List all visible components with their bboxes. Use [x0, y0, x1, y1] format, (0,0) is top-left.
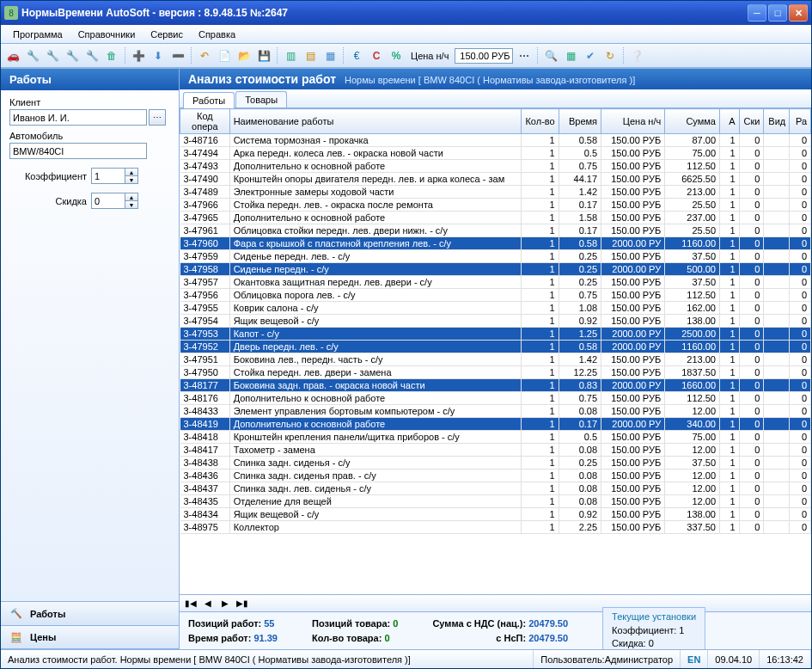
tab-goods[interactable]: Товары [235, 91, 287, 107]
grid-header[interactable]: Вид [764, 109, 790, 134]
discount-spinner[interactable]: ▲▼ [91, 193, 138, 209]
tool-wrench3-icon[interactable]: 🔧 [64, 47, 81, 64]
main-subtitle: Нормы времени [ BMW 840CI ( Нормативы за… [345, 75, 635, 85]
nav-next-button[interactable]: ▶ [217, 597, 233, 611]
table-row[interactable]: 3-47957Окантовка защитная передн. лев. д… [180, 276, 811, 289]
table-row[interactable]: 3-48436Спинка задн. сиденья прав. - с/у1… [180, 470, 811, 482]
grid-header[interactable]: Цена н/ч [601, 109, 665, 134]
table-row[interactable]: 3-48419Дополнительно к основной работе10… [180, 418, 811, 431]
table-row[interactable]: 3-47959Сиденье передн. лев. - с/у10.2515… [180, 250, 811, 263]
tool-refresh-icon[interactable]: ↻ [601, 47, 619, 64]
table-row[interactable]: 3-48438Спинка задн. сиденья - с/у10.2515… [180, 457, 811, 470]
table-row[interactable]: 3-47953Капот - с/у11.252000.00 РУ2500.00… [180, 328, 811, 341]
tool-open-icon[interactable]: 📂 [235, 47, 253, 64]
tool-book1-icon[interactable]: ▥ [282, 47, 299, 64]
tool-undo-icon[interactable]: ↶ [196, 47, 213, 64]
table-row[interactable]: 3-47956Облицовка порога лев. - с/у10.751… [180, 289, 811, 302]
table-row[interactable]: 3-47960Фара с крышкой с пластиной крепле… [180, 237, 811, 250]
discount-label: Скидка [9, 196, 87, 206]
tool-help-icon[interactable]: ❔ [628, 47, 645, 64]
table-row[interactable]: 3-47952Дверь передн. лев. - с/у10.582000… [180, 341, 811, 353]
table-row[interactable]: 3-48433Элемент управления бортовым компь… [180, 405, 811, 418]
goods-pos-value: 0 [393, 618, 398, 629]
coef-spinner[interactable]: ▲▼ [91, 168, 138, 184]
tool-wrench4-icon[interactable]: 🔧 [83, 47, 101, 64]
coef-down-button[interactable]: ▼ [125, 176, 137, 183]
grid-header[interactable]: Сумма [665, 109, 720, 134]
menu-program[interactable]: Программа [6, 27, 70, 42]
grid-header[interactable]: Кол-во [522, 109, 559, 134]
tool-new-icon[interactable]: 📄 [216, 47, 233, 64]
table-row[interactable]: 3-48176Дополнительно к основной работе10… [180, 392, 811, 405]
tool-down-icon[interactable]: ⬇ [150, 47, 167, 64]
tool-excel-icon[interactable]: ▦ [562, 47, 579, 64]
tool-search-icon[interactable]: 🔍 [542, 47, 559, 64]
nav-first-button[interactable]: ▮◀ [183, 597, 198, 611]
table-row[interactable]: 3-48716Система тормозная - прокачка10.58… [180, 134, 811, 147]
calculator-icon: 🧮 [9, 630, 23, 644]
client-input[interactable] [9, 109, 147, 126]
table-row[interactable]: 3-48418Кронштейн крепления панели/щитка … [180, 431, 811, 444]
tool-c-icon[interactable]: С [368, 47, 385, 64]
table-row[interactable]: 3-47950Стойка передн. лев. двери - замен… [180, 366, 811, 379]
table-row[interactable]: 3-47954Ящик вещевой - с/у10.92150.00 РУБ… [180, 315, 811, 328]
grid-header[interactable]: Ски [739, 109, 764, 134]
discount-input[interactable] [92, 193, 125, 208]
menu-service[interactable]: Сервис [143, 27, 190, 42]
table-row[interactable]: 3-47961Облицовка стойки передн. лев. две… [180, 224, 811, 237]
discount-up-button[interactable]: ▲ [125, 193, 137, 201]
nav-prev-button[interactable]: ◀ [200, 597, 216, 611]
nav-last-button[interactable]: ▶▮ [235, 597, 250, 611]
grid-header[interactable]: Код опера [180, 109, 230, 134]
grid-header[interactable]: А [720, 109, 740, 134]
table-row[interactable]: 3-47951Боковина лев., передн. часть - с/… [180, 353, 811, 366]
grid-header[interactable]: Наименование работы [229, 109, 522, 134]
table-row[interactable]: 3-47490Кронштейн опоры двигателя передн.… [180, 173, 811, 186]
tool-trash-icon[interactable]: 🗑 [103, 47, 120, 64]
close-button[interactable]: ✕ [789, 4, 808, 21]
discount-down-button[interactable]: ▼ [125, 201, 137, 208]
grid-header[interactable]: Время [559, 109, 601, 134]
table-row[interactable]: 3-47958Сиденье передн. - с/у10.252000.00… [180, 263, 811, 276]
table-row[interactable]: 3-48435Отделение для вещей10.08150.00 РУ… [180, 495, 811, 508]
tab-works[interactable]: Работы [183, 92, 235, 108]
minimize-button[interactable]: ─ [748, 4, 766, 21]
tool-book2-icon[interactable]: ▤ [302, 47, 319, 64]
auto-input[interactable] [9, 143, 147, 159]
table-row[interactable]: 3-47494Арка передн. колеса лев. - окраск… [180, 147, 811, 160]
tool-wrench2-icon[interactable]: 🔧 [44, 47, 61, 64]
client-browse-button[interactable]: ⋯ [149, 109, 166, 126]
nav-works[interactable]: 🔨 Работы [1, 601, 179, 625]
tool-euro-icon[interactable]: € [348, 47, 365, 64]
table-row[interactable]: 3-47489Электронные замеры ходовой части1… [180, 186, 811, 199]
table-row[interactable]: 3-48437Спинка задн. лев. сиденья - с/у10… [180, 482, 811, 495]
coef-input[interactable] [92, 169, 125, 183]
table-row[interactable]: 3-48434Ящик вещевой - с/у10.92150.00 РУБ… [180, 508, 811, 521]
grid-header[interactable]: Ра [790, 109, 811, 134]
table-row[interactable]: 3-47965Дополнительно к основной работе11… [180, 212, 811, 224]
table-row[interactable]: 3-48975Коллектор12.25150.00 РУБ337.50100 [180, 521, 811, 534]
tool-wrench1-icon[interactable]: 🔧 [24, 47, 41, 64]
tool-remove-icon[interactable]: ➖ [169, 47, 186, 64]
tool-book3-icon[interactable]: ▦ [321, 47, 339, 64]
table-row[interactable]: 3-47966Стойка передн. лев. - окраска пос… [180, 199, 811, 212]
tool-save-icon[interactable]: 💾 [255, 47, 272, 64]
nav-prices[interactable]: 🧮 Цены [1, 625, 179, 649]
tool-percent-icon[interactable]: % [388, 47, 405, 64]
maximize-button[interactable]: □ [768, 4, 787, 21]
table-row[interactable]: 3-48177Боковина задн. прав. - окраска но… [180, 379, 811, 392]
tool-check-icon[interactable]: ✔ [582, 47, 599, 64]
grid-scroll[interactable]: Код операНаименование работыКол-воВремяЦ… [180, 108, 811, 594]
summary-bar: Позиций работ: 55 Время работ: 91.39 Поз… [180, 611, 811, 649]
table-row[interactable]: 3-47955Коврик салона - с/у11.08150.00 РУ… [180, 302, 811, 315]
menu-help[interactable]: Справка [192, 27, 242, 42]
menu-directories[interactable]: Справочники [71, 27, 143, 42]
coef-up-button[interactable]: ▲ [125, 169, 137, 176]
tool-add-icon[interactable]: ➕ [130, 47, 147, 64]
tool-car-icon[interactable]: 🚗 [4, 47, 21, 64]
table-row[interactable]: 3-48417Тахометр - замена10.08150.00 РУБ1… [180, 444, 811, 457]
tool-more-icon[interactable]: ⋯ [516, 47, 533, 64]
price-input[interactable] [455, 48, 513, 64]
table-row[interactable]: 3-47493Дополнительно к основной работе10… [180, 160, 811, 173]
status-lang: EN [681, 650, 708, 668]
